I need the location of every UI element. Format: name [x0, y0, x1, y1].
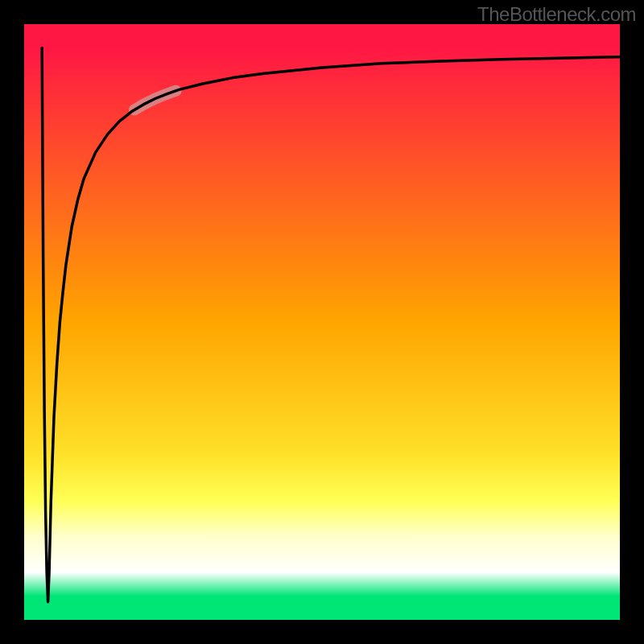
frame-right [620, 0, 644, 644]
chart-svg [0, 0, 644, 644]
plot-background [24, 24, 620, 620]
frame-left [0, 0, 24, 644]
chart-container: TheBottleneck.com [0, 0, 644, 644]
frame-bottom [0, 620, 644, 644]
watermark-text: TheBottleneck.com [477, 3, 636, 26]
